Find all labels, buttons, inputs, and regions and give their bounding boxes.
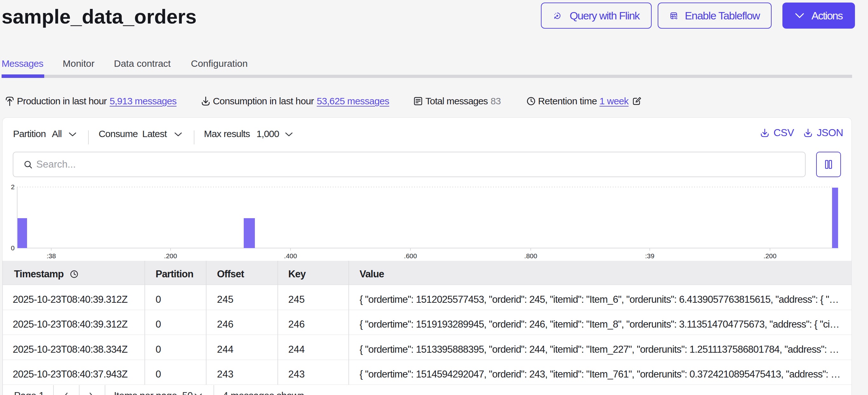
svg-text:.200: .200 — [164, 252, 177, 260]
svg-text:2: 2 — [11, 183, 14, 191]
svg-text:.200: .200 — [764, 252, 777, 260]
svg-text:0: 0 — [11, 244, 14, 252]
svg-text::38: :38 — [46, 252, 56, 260]
svg-text:.600: .600 — [404, 252, 417, 260]
svg-text:.400: .400 — [284, 252, 297, 260]
svg-text:.800: .800 — [524, 252, 537, 260]
svg-text::39: :39 — [645, 252, 654, 260]
